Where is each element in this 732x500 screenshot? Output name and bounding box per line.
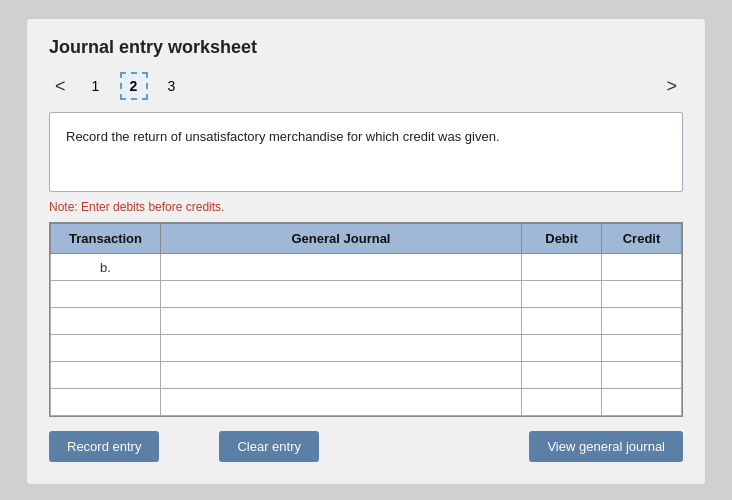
- table-row: [51, 335, 682, 362]
- row-0-credit-input[interactable]: [606, 256, 677, 278]
- row-5-label: [51, 389, 161, 416]
- view-general-journal-button[interactable]: View general journal: [529, 431, 683, 462]
- journal-entry-card: Journal entry worksheet < 1 2 3 > Record…: [26, 18, 706, 485]
- row-0-journal-cell[interactable]: [161, 254, 522, 281]
- prev-page-button[interactable]: <: [49, 74, 72, 99]
- row-2-label: [51, 308, 161, 335]
- note-text: Note: Enter debits before credits.: [49, 200, 683, 214]
- row-3-journal-input[interactable]: [165, 337, 517, 359]
- col-general-journal: General Journal: [161, 224, 522, 254]
- col-credit: Credit: [602, 224, 682, 254]
- record-entry-button[interactable]: Record entry: [49, 431, 159, 462]
- page-2-button[interactable]: 2: [120, 72, 148, 100]
- row-1-journal-cell[interactable]: [161, 281, 522, 308]
- row-2-credit-input[interactable]: [606, 310, 677, 332]
- row-4-label: [51, 362, 161, 389]
- row-2-credit-cell[interactable]: [602, 308, 682, 335]
- row-3-journal-cell[interactable]: [161, 335, 522, 362]
- next-page-button[interactable]: >: [660, 74, 683, 99]
- row-5-credit-input[interactable]: [606, 391, 677, 413]
- action-buttons-row: Record entry Clear entry View general jo…: [49, 431, 683, 462]
- pagination: < 1 2 3 >: [49, 72, 683, 100]
- row-5-journal-input[interactable]: [165, 391, 517, 413]
- row-3-credit-cell[interactable]: [602, 335, 682, 362]
- row-2-debit-cell[interactable]: [522, 308, 602, 335]
- row-2-debit-input[interactable]: [526, 310, 597, 332]
- col-debit: Debit: [522, 224, 602, 254]
- clear-entry-button[interactable]: Clear entry: [219, 431, 319, 462]
- row-5-credit-cell[interactable]: [602, 389, 682, 416]
- row-0-journal-input[interactable]: [165, 256, 517, 278]
- row-5-debit-cell[interactable]: [522, 389, 602, 416]
- row-3-label: [51, 335, 161, 362]
- table-row: [51, 308, 682, 335]
- instruction-box: Record the return of unsatisfactory merc…: [49, 112, 683, 192]
- row-4-credit-cell[interactable]: [602, 362, 682, 389]
- row-3-debit-cell[interactable]: [522, 335, 602, 362]
- row-0-debit-input[interactable]: [526, 256, 597, 278]
- row-4-journal-cell[interactable]: [161, 362, 522, 389]
- col-transaction: Transaction: [51, 224, 161, 254]
- row-2-journal-cell[interactable]: [161, 308, 522, 335]
- row-4-debit-input[interactable]: [526, 364, 597, 386]
- row-1-credit-input[interactable]: [606, 283, 677, 305]
- row-0-debit-cell[interactable]: [522, 254, 602, 281]
- table-row: b.: [51, 254, 682, 281]
- journal-table-wrapper: Transaction General Journal Debit Credit…: [49, 222, 683, 417]
- row-4-debit-cell[interactable]: [522, 362, 602, 389]
- row-0-label: b.: [51, 254, 161, 281]
- table-row: [51, 389, 682, 416]
- row-5-debit-input[interactable]: [526, 391, 597, 413]
- page-3-button[interactable]: 3: [158, 72, 186, 100]
- row-4-journal-input[interactable]: [165, 364, 517, 386]
- table-row: [51, 362, 682, 389]
- row-3-debit-input[interactable]: [526, 337, 597, 359]
- journal-table: Transaction General Journal Debit Credit…: [50, 223, 682, 416]
- row-3-credit-input[interactable]: [606, 337, 677, 359]
- instruction-text: Record the return of unsatisfactory merc…: [66, 129, 500, 144]
- row-0-credit-cell[interactable]: [602, 254, 682, 281]
- row-2-journal-input[interactable]: [165, 310, 517, 332]
- row-5-journal-cell[interactable]: [161, 389, 522, 416]
- row-1-journal-input[interactable]: [165, 283, 517, 305]
- row-1-debit-cell[interactable]: [522, 281, 602, 308]
- page-1-button[interactable]: 1: [82, 72, 110, 100]
- row-4-credit-input[interactable]: [606, 364, 677, 386]
- page-title: Journal entry worksheet: [49, 37, 683, 58]
- row-1-debit-input[interactable]: [526, 283, 597, 305]
- row-1-label: [51, 281, 161, 308]
- table-row: [51, 281, 682, 308]
- row-1-credit-cell[interactable]: [602, 281, 682, 308]
